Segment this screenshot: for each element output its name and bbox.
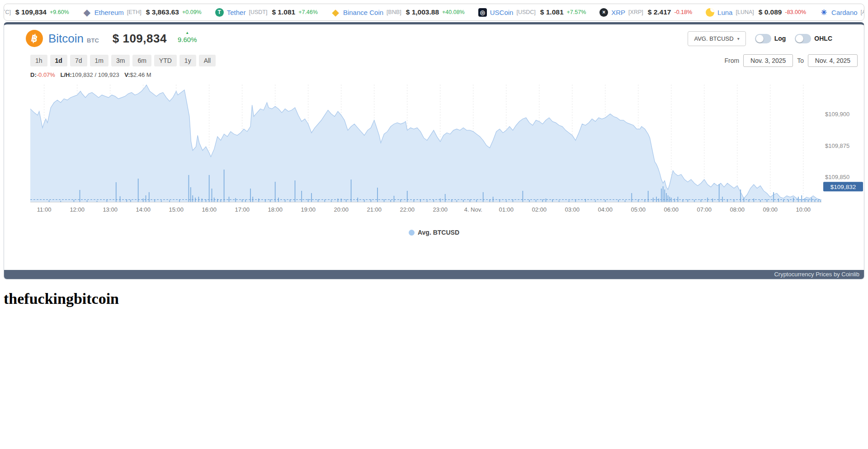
ticker-coin-change: +0.09%: [182, 9, 202, 15]
range-button-ytd[interactable]: YTD: [154, 55, 177, 66]
ticker-coin-change: +9.60%: [50, 9, 69, 15]
ticker-coin-symbol: [BNB]: [387, 9, 401, 15]
x-axis-tick-label: 23:00: [433, 206, 448, 213]
ticker-coin-change: -0.18%: [674, 9, 692, 15]
to-date-input[interactable]: [808, 54, 858, 67]
ohlc-toggle-knob: [796, 35, 803, 43]
stat-v-value: $2.46 M: [130, 71, 151, 78]
range-button-1m[interactable]: 1m: [90, 55, 108, 66]
date-range-picker: From To: [725, 54, 858, 67]
x-axis-tick-label: 20:00: [334, 206, 349, 213]
x-axis-tick-label: 09:00: [763, 206, 778, 213]
log-toggle-label: Log: [774, 35, 786, 42]
chart-legend[interactable]: Avg. BTCUSD: [4, 228, 864, 236]
ohlc-toggle-track[interactable]: [795, 34, 811, 43]
ticker-coin-price: $ 0.089: [759, 8, 782, 16]
range-button-3m[interactable]: 3m: [111, 55, 130, 66]
y-axis-tick-label: $109,850: [825, 174, 849, 180]
x-axis-tick-label: 22:00: [400, 206, 415, 213]
x-axis-tick-label: 01:00: [499, 206, 514, 213]
ticker-coin-name: Tether: [227, 9, 246, 16]
current-price-badge: $109,832: [830, 184, 856, 190]
log-toggle-knob: [756, 35, 764, 43]
x-axis-tick-label: 21:00: [367, 206, 382, 213]
ticker-item-cardano[interactable]: ✳Cardano[ADA]$ 0.57-49.31%: [820, 8, 864, 17]
tether-icon: T: [215, 8, 224, 17]
cardano-icon: ✳: [820, 8, 828, 17]
x-axis-tick-label: 03:00: [565, 206, 580, 213]
x-axis-tick-label: 13:00: [103, 206, 118, 213]
x-axis-tick-label: 19:00: [301, 206, 316, 213]
coinlib-credit-link[interactable]: Cryptocurrency Prices by Coinlib: [774, 271, 859, 278]
chart-header: ฿ Bitcoin BTC $ 109,834 ▲ 9.60% AVG. BTC…: [4, 24, 864, 47]
usdc-icon: ◎: [478, 8, 487, 17]
caret-down-icon: ▾: [737, 36, 740, 41]
x-axis-tick-label: 18:00: [268, 206, 283, 213]
coin-symbol: BTC: [87, 37, 99, 44]
ticker-coin-change: +7.57%: [567, 9, 586, 15]
ticker-coin-symbol: [BTC]: [4, 9, 11, 15]
price-chart[interactable]: 11:0012:0013:0014:0015:0016:0017:0018:00…: [30, 80, 864, 217]
log-toggle[interactable]: Log: [755, 34, 786, 43]
ticker-coin-symbol: [LUNA]: [736, 9, 754, 15]
ticker-item-xrp[interactable]: ×XRP[XRP]$ 2.417-0.18%: [599, 8, 692, 17]
x-axis-tick-label: 15:00: [169, 206, 184, 213]
y-axis-tick-label: $109,875: [825, 142, 849, 149]
price-chart-svg[interactable]: 11:0012:0013:0014:0015:0016:0017:0018:00…: [30, 80, 864, 216]
luna-icon: [706, 8, 714, 17]
ticker-coin-price: $ 2.417: [648, 8, 671, 16]
ticker-item-tether[interactable]: TTether[USDT]$ 1.081+7.46%: [215, 8, 318, 17]
stat-lh-label: L/H:: [61, 71, 72, 78]
x-axis-tick-label: 11:00: [37, 206, 52, 213]
coin-price: $ 109,834: [113, 32, 167, 46]
ticker-item-ethereum[interactable]: ◆Ethereum[ETH]$ 3,863.63+0.09%: [83, 8, 202, 17]
crypto-ticker-track: ฿Bitcoin[BTC]$ 109,834+9.60%◆Ethereum[ET…: [4, 4, 864, 20]
ticker-coin-change: +40.08%: [442, 9, 465, 15]
coin-name: Bitcoin: [48, 32, 84, 46]
ticker-coin-symbol: [ETH]: [127, 9, 142, 15]
bitcoin-chart-widget: ฿ Bitcoin BTC $ 109,834 ▲ 9.60% AVG. BTC…: [4, 22, 864, 279]
ticker-coin-name: Ethereum: [94, 9, 124, 16]
ticker-coin-name: Binance Coin: [343, 9, 383, 16]
range-button-6m[interactable]: 6m: [132, 55, 151, 66]
range-buttons: 1h1d7d1m3m6mYTD1yAll: [30, 55, 216, 66]
legend-label: Avg. BTCUSD: [418, 229, 459, 236]
pair-selector-dropdown[interactable]: AVG. BTCUSD ▾: [688, 31, 745, 46]
range-button-1d[interactable]: 1d: [50, 55, 67, 66]
ticker-coin-change: -83.00%: [785, 9, 806, 15]
from-date-input[interactable]: [743, 54, 793, 67]
arrow-up-icon: ▲: [185, 31, 189, 35]
page-title: thefuckingbitcoin: [4, 290, 864, 307]
ticker-item-bitcoin[interactable]: ฿Bitcoin[BTC]$ 109,834+9.60%: [4, 8, 69, 17]
crypto-ticker-bar: ฿Bitcoin[BTC]$ 109,834+9.60%◆Ethereum[ET…: [4, 4, 864, 21]
ohlc-toggle[interactable]: OHLC: [795, 34, 832, 43]
x-axis-tick-label: 14:00: [136, 206, 151, 213]
x-axis-tick-label: 10:00: [796, 206, 811, 213]
ethereum-icon: ◆: [83, 8, 91, 17]
bnb-icon: ◆: [331, 8, 340, 17]
x-axis-tick-label: 17:00: [235, 206, 250, 213]
widget-footer: Cryptocurrency Prices by Coinlib: [4, 270, 864, 279]
ticker-item-luna[interactable]: Luna[LUNA]$ 0.089-83.00%: [706, 8, 806, 17]
coin-change-percent: ▲ 9.60%: [178, 36, 197, 43]
ticker-coin-price: $ 1,003.88: [406, 8, 439, 16]
range-button-all[interactable]: All: [199, 55, 216, 66]
stat-v-label: V:: [124, 71, 130, 78]
legend-marker-icon: [409, 230, 415, 236]
ticker-coin-name: USCoin: [490, 9, 514, 16]
range-button-7d[interactable]: 7d: [70, 55, 87, 66]
ticker-coin-symbol: [USDT]: [249, 9, 267, 15]
ticker-item-usdc[interactable]: ◎USCoin[USDC]$ 1.081+7.57%: [478, 8, 586, 17]
x-axis-tick-label: 07:00: [697, 206, 712, 213]
ticker-coin-name: XRP: [611, 9, 625, 16]
to-label: To: [797, 57, 804, 64]
log-toggle-track[interactable]: [755, 34, 771, 43]
range-button-1y[interactable]: 1y: [179, 55, 196, 66]
ticker-coin-price: $ 3,863.63: [146, 8, 179, 16]
ticker-coin-name: Luna: [717, 9, 732, 16]
ticker-coin-symbol: [ADA]: [861, 9, 864, 15]
x-axis-tick-label: 04:00: [598, 206, 613, 213]
range-button-1h[interactable]: 1h: [30, 55, 47, 66]
from-label: From: [725, 57, 740, 64]
ticker-item-bnb[interactable]: ◆Binance Coin[BNB]$ 1,003.88+40.08%: [331, 8, 465, 17]
